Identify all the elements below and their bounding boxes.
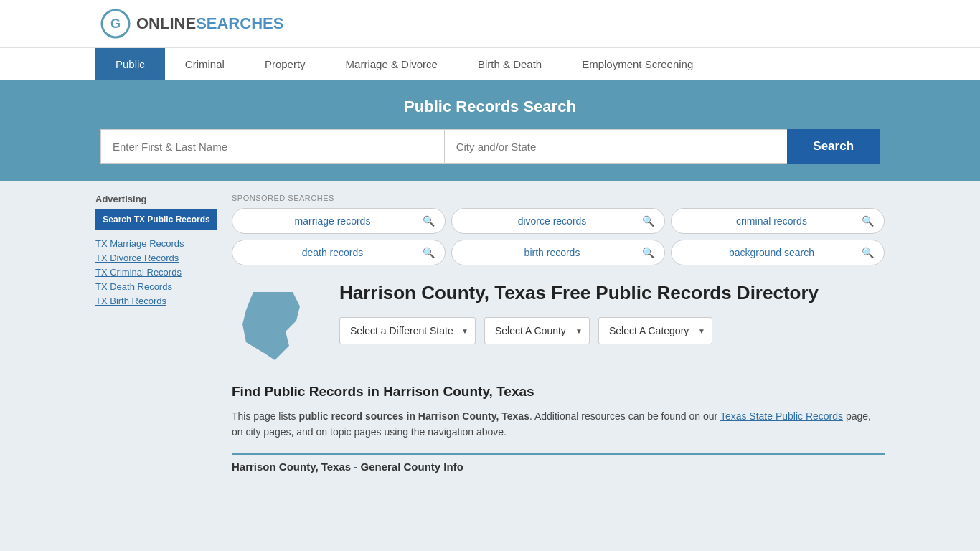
nav-item-birth-death[interactable]: Birth & Death (458, 48, 562, 80)
search-row: Search (100, 129, 880, 164)
sidebar-link-divorce[interactable]: TX Divorce Records (95, 253, 179, 263)
general-info-bar: Harrison County, Texas - General County … (232, 453, 885, 473)
list-item: TX Divorce Records (95, 252, 217, 263)
sidebar-ad-button[interactable]: Search TX Public Records (95, 209, 217, 230)
search-icon: 🔍 (862, 215, 874, 227)
nav-item-property[interactable]: Property (245, 48, 326, 80)
search-icon: 🔍 (423, 215, 435, 227)
pill-link-marriage[interactable]: marriage records (242, 215, 423, 227)
pill-birth: birth records 🔍 (451, 240, 665, 265)
category-dropdown[interactable]: Select A Category (598, 317, 712, 344)
svg-marker-2 (242, 292, 300, 360)
location-title: Harrison County, Texas Free Public Recor… (339, 281, 819, 360)
sidebar-link-death[interactable]: TX Death Records (95, 281, 172, 292)
find-desc-part2: . Additional resources can be found on o… (529, 410, 720, 422)
find-section: Find Public Records in Harrison County, … (232, 384, 885, 441)
logo-text: ONLINESEARCHES (136, 14, 283, 33)
search-icon: 🔍 (862, 247, 874, 258)
sidebar-links: TX Marriage Records TX Divorce Records T… (95, 237, 217, 306)
main-nav: Public Criminal Property Marriage & Divo… (0, 47, 980, 80)
pill-link-death[interactable]: death records (242, 247, 423, 258)
location-section: Harrison County, Texas Free Public Recor… (232, 281, 885, 369)
pill-divorce: divorce records 🔍 (451, 208, 665, 234)
dropdowns: Select a Different State Select A County… (339, 317, 819, 344)
search-location-input[interactable] (444, 129, 788, 164)
find-title: Find Public Records in Harrison County, … (232, 384, 885, 400)
list-item: TX Marriage Records (95, 237, 217, 249)
texas-map-svg (232, 281, 318, 367)
logo-icon: G (100, 9, 131, 39)
pill-link-divorce[interactable]: divorce records (462, 215, 642, 227)
texas-state-link[interactable]: Texas State Public Records (720, 410, 843, 422)
nav-item-criminal[interactable]: Criminal (165, 48, 245, 80)
pill-link-criminal[interactable]: criminal records (682, 215, 862, 227)
sidebar-adv-label: Advertising (95, 194, 217, 204)
search-pills: marriage records 🔍 divorce records 🔍 cri… (232, 208, 885, 265)
pill-background: background search 🔍 (671, 240, 885, 265)
search-name-input[interactable] (100, 129, 444, 164)
state-dropdown-wrap: Select a Different State (339, 317, 476, 344)
nav-item-employment[interactable]: Employment Screening (562, 48, 713, 80)
pill-marriage: marriage records 🔍 (232, 208, 446, 234)
svg-text:G: G (110, 17, 121, 31)
sponsored-label: SPONSORED SEARCHES (232, 194, 885, 202)
category-dropdown-wrap: Select A Category (598, 317, 712, 344)
sidebar-link-criminal[interactable]: TX Criminal Records (95, 267, 182, 278)
find-desc-part1: This page lists (232, 410, 298, 422)
logo: G ONLINESEARCHES (100, 9, 283, 39)
page-title: Harrison County, Texas Free Public Recor… (339, 281, 819, 306)
hero-band: Public Records Search Search (0, 80, 980, 181)
search-icon: 🔍 (642, 215, 654, 227)
find-desc: This page lists public record sources in… (232, 408, 885, 441)
content-wrapper: Advertising Search TX Public Records TX … (95, 181, 885, 486)
header: G ONLINESEARCHES (0, 0, 980, 47)
hero-title: Public Records Search (100, 98, 880, 116)
pill-death: death records 🔍 (232, 240, 446, 265)
nav-item-public[interactable]: Public (95, 48, 165, 80)
county-dropdown-wrap: Select A County (484, 317, 590, 344)
nav-inner: Public Criminal Property Marriage & Divo… (95, 48, 885, 80)
sidebar: Advertising Search TX Public Records TX … (95, 194, 217, 473)
pill-link-birth[interactable]: birth records (462, 247, 642, 258)
pill-criminal: criminal records 🔍 (671, 208, 885, 234)
list-item: TX Criminal Records (95, 266, 217, 278)
search-icon: 🔍 (642, 247, 654, 258)
pill-link-background[interactable]: background search (682, 247, 862, 258)
sidebar-link-birth[interactable]: TX Birth Records (95, 296, 166, 306)
county-dropdown[interactable]: Select A County (484, 317, 590, 344)
state-dropdown[interactable]: Select a Different State (339, 317, 476, 344)
nav-item-marriage-divorce[interactable]: Marriage & Divorce (326, 48, 458, 80)
sidebar-link-marriage[interactable]: TX Marriage Records (95, 238, 184, 249)
find-desc-bold: public record sources in Harrison County… (298, 410, 529, 422)
main-content: SPONSORED SEARCHES marriage records 🔍 di… (232, 194, 885, 473)
state-map (232, 281, 325, 369)
list-item: TX Death Records (95, 281, 217, 292)
list-item: TX Birth Records (95, 295, 217, 306)
search-icon: 🔍 (423, 247, 435, 258)
search-button[interactable]: Search (787, 129, 880, 164)
general-info-title: Harrison County, Texas - General County … (232, 461, 885, 473)
